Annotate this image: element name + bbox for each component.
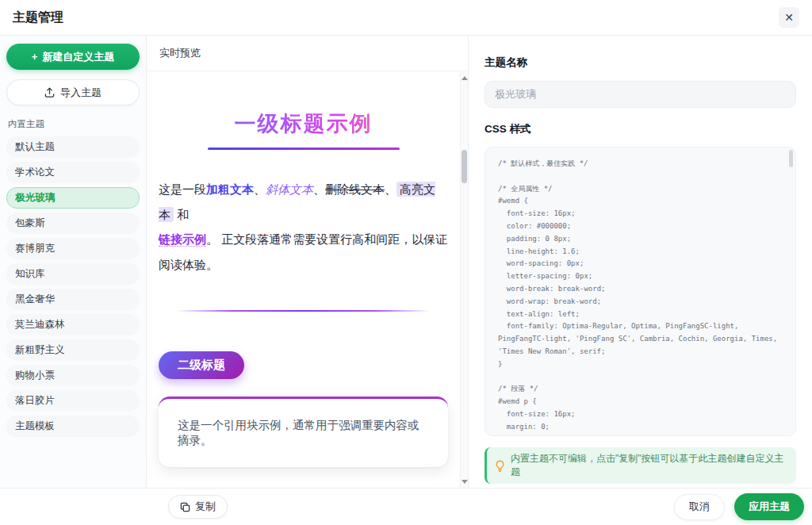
header: 主题管理 ✕ bbox=[0, 0, 812, 36]
copy-icon bbox=[180, 502, 190, 512]
cancel-button[interactable]: 取消 bbox=[674, 494, 725, 520]
page-title: 主题管理 bbox=[13, 10, 63, 26]
theme-item-morandi-forest[interactable]: 莫兰迪森林 bbox=[6, 314, 140, 335]
import-theme-label: 导入主题 bbox=[60, 86, 102, 100]
live-preview-panel: 实时预览 一级标题示例 这是一段加粗文本、斜体文本、删除线文本、高亮文本 和链接… bbox=[147, 36, 468, 488]
close-icon: ✕ bbox=[784, 12, 794, 23]
theme-item-aurora-glass[interactable]: 极光玻璃 bbox=[6, 187, 140, 209]
text-italic: 斜体文本 bbox=[266, 182, 313, 196]
css-code-editor[interactable]: /* 默认样式，最佳实践 */ /* 全局属性 */ #wemd { font-… bbox=[485, 147, 796, 436]
text-normal: 、 bbox=[313, 182, 325, 196]
readonly-tip: 内置主题不可编辑，点击"复制"按钮可以基于此主题创建自定义主题 bbox=[485, 447, 796, 484]
preview-h2-badge: 二级标题 bbox=[159, 351, 244, 379]
theme-item-label: 学术论文 bbox=[15, 166, 55, 179]
copy-theme-button[interactable]: 复制 bbox=[168, 495, 228, 519]
theme-manager-modal: 主题管理 ✕ + 新建自定义主题 导入主题 内置主题 默认主题 学术论文 极光玻… bbox=[0, 0, 812, 525]
preview-scrollbar[interactable] bbox=[460, 72, 468, 488]
text-normal: 和 bbox=[174, 208, 189, 221]
theme-item-label: 黑金奢华 bbox=[15, 293, 55, 306]
theme-name-label: 主题名称 bbox=[485, 56, 796, 70]
theme-item-label: 新粗野主义 bbox=[15, 343, 65, 357]
theme-item-black-gold[interactable]: 黑金奢华 bbox=[6, 289, 140, 310]
theme-item-cyberpunk[interactable]: 赛博朋克 bbox=[6, 238, 140, 259]
theme-name-input[interactable] bbox=[485, 81, 796, 108]
css-code-text: /* 默认样式，最佳实践 */ /* 全局属性 */ #wemd { font-… bbox=[498, 158, 783, 436]
scroll-up-icon[interactable] bbox=[462, 76, 468, 80]
theme-item-label: 莫兰迪森林 bbox=[15, 318, 65, 331]
link-example[interactable]: 链接示例 bbox=[159, 232, 206, 247]
theme-item-neo-brutalism[interactable]: 新粗野主义 bbox=[6, 339, 140, 361]
lightbulb-icon bbox=[495, 460, 505, 472]
theme-item-default[interactable]: 默认主题 bbox=[6, 136, 140, 158]
preview-quote: 这是一个引用块示例，通常用于强调重要内容或摘录。 bbox=[159, 397, 448, 467]
theme-item-knowledge-base[interactable]: 知识库 bbox=[6, 263, 140, 285]
theme-item-sunset-film[interactable]: 落日胶片 bbox=[6, 390, 140, 412]
h1-underline bbox=[208, 148, 400, 150]
preview-h1: 一级标题示例 bbox=[159, 109, 448, 138]
theme-item-receipt[interactable]: 购物小票 bbox=[6, 365, 140, 386]
theme-item-label: 主题模板 bbox=[15, 420, 55, 433]
text-normal: 、 bbox=[385, 182, 396, 196]
code-scrollbar-thumb[interactable] bbox=[789, 150, 793, 167]
theme-item-label: 包豪斯 bbox=[15, 217, 45, 230]
upload-icon bbox=[44, 87, 55, 98]
import-theme-button[interactable]: 导入主题 bbox=[6, 79, 140, 105]
theme-sidebar: + 新建自定义主题 导入主题 内置主题 默认主题 学术论文 极光玻璃 包豪斯 赛… bbox=[0, 36, 147, 488]
builtin-themes-label: 内置主题 bbox=[8, 118, 138, 130]
css-style-label: CSS 样式 bbox=[485, 122, 796, 136]
copy-button-label: 复制 bbox=[195, 500, 216, 514]
new-custom-theme-button[interactable]: + 新建自定义主题 bbox=[6, 44, 140, 70]
quote-text: 这是一个引用块示例，通常用于强调重要内容或摘录。 bbox=[178, 419, 419, 446]
scroll-down-icon[interactable] bbox=[462, 480, 468, 484]
text-normal: 这是一段 bbox=[159, 182, 206, 196]
theme-editor-panel: 主题名称 CSS 样式 /* 默认样式，最佳实践 */ /* 全局属性 */ #… bbox=[468, 36, 812, 488]
apply-theme-button[interactable]: 应用主题 bbox=[734, 493, 804, 520]
preview-content: 一级标题示例 这是一段加粗文本、斜体文本、删除线文本、高亮文本 和链接示例。 正… bbox=[147, 71, 460, 488]
scrollbar-thumb[interactable] bbox=[462, 150, 467, 183]
live-preview-title: 实时预览 bbox=[147, 36, 468, 71]
theme-item-label: 落日胶片 bbox=[15, 394, 55, 408]
preview-paragraph: 这是一段加粗文本、斜体文本、删除线文本、高亮文本 和链接示例。 正文段落通常需要… bbox=[159, 177, 448, 277]
readonly-tip-text: 内置主题不可编辑，点击"复制"按钮可以基于此主题创建自定义主题 bbox=[511, 452, 788, 479]
theme-list: 默认主题 学术论文 极光玻璃 包豪斯 赛博朋克 知识库 黑金奢华 莫兰迪森林 新… bbox=[6, 136, 140, 437]
theme-item-academic[interactable]: 学术论文 bbox=[6, 162, 140, 183]
theme-item-label: 极光玻璃 bbox=[15, 191, 55, 205]
theme-item-label: 知识库 bbox=[15, 267, 45, 281]
new-custom-theme-label: 新建自定义主题 bbox=[42, 50, 114, 64]
text-strikethrough: 删除线文本 bbox=[325, 182, 385, 196]
theme-item-label: 默认主题 bbox=[15, 140, 55, 154]
theme-item-label: 赛博朋克 bbox=[15, 242, 55, 255]
close-button[interactable]: ✕ bbox=[779, 7, 799, 28]
plus-icon: + bbox=[32, 51, 38, 63]
footer-bar: 复制 取消 应用主题 bbox=[0, 488, 812, 525]
modal-body: + 新建自定义主题 导入主题 内置主题 默认主题 学术论文 极光玻璃 包豪斯 赛… bbox=[0, 36, 812, 488]
theme-item-label: 购物小票 bbox=[15, 369, 55, 382]
text-normal: 、 bbox=[254, 182, 266, 196]
theme-item-template[interactable]: 主题模板 bbox=[6, 416, 140, 437]
text-bold: 加粗文本 bbox=[206, 182, 254, 196]
theme-item-bauhaus[interactable]: 包豪斯 bbox=[6, 213, 140, 234]
